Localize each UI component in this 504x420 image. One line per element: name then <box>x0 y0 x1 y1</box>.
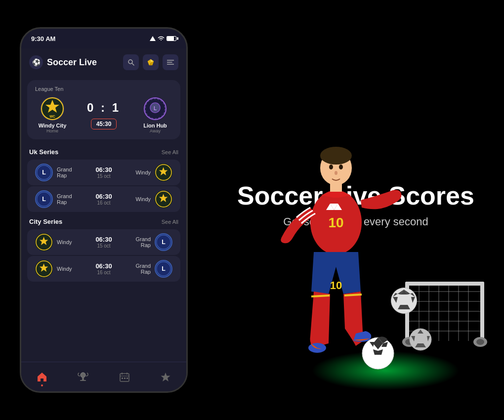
city-match-2-home-logo <box>35 260 53 278</box>
home-icon <box>37 372 47 382</box>
city-match-1-time-block: 06:30 15 oct <box>85 236 122 249</box>
svg-point-51 <box>339 165 343 169</box>
uk-match-2-home-logo: L <box>35 190 53 208</box>
svg-rect-38 <box>80 380 86 381</box>
right-section: Soccer Live Scores Get scores after ever… <box>208 0 504 420</box>
nav-home-dot <box>41 384 43 386</box>
lion-hub-logo-large: L <box>143 97 167 121</box>
calendar-icon <box>119 372 130 382</box>
gem-button[interactable] <box>143 54 159 70</box>
nav-trophy[interactable] <box>78 372 88 382</box>
svg-line-2 <box>132 63 134 65</box>
city-match-2[interactable]: Windy 06:30 16 oct Grand Rap L <box>27 256 180 282</box>
city-series-title: City Series <box>29 218 62 225</box>
signal-icon <box>150 36 156 41</box>
uk-match-1[interactable]: L Grand Rap 06:30 15 oct Windy <box>27 160 180 185</box>
search-button[interactable] <box>123 54 139 70</box>
away-team-type: Away <box>150 128 161 133</box>
home-team-info: WC Windy City Home <box>35 97 70 133</box>
city-match-1[interactable]: Windy 06:30 15 oct Grand Rap L <box>27 229 180 255</box>
windy-city-logo-large: WC <box>41 97 64 121</box>
svg-rect-37 <box>82 378 84 380</box>
away-team-info: L Lion Hub Away <box>138 97 172 133</box>
gem-icon <box>147 59 154 66</box>
phone-frame: 9:30 AM <box>20 27 188 393</box>
uk-match-1-date: 15 oct <box>97 173 110 179</box>
uk-series-see-all[interactable]: See All <box>162 149 178 155</box>
uk-match-1-away-team: Windy <box>126 169 151 175</box>
svg-rect-59 <box>405 282 484 286</box>
city-match-1-home-team: Windy <box>57 239 82 245</box>
away-team-logo: L <box>143 97 167 121</box>
uk-match-2-time: 06:30 <box>95 193 112 200</box>
svg-text:L: L <box>42 196 46 203</box>
match-content: WC Windy City Home 0 : 1 45:30 <box>35 97 172 133</box>
windy-logo-sm-4 <box>35 260 53 278</box>
city-match-2-home-team: Windy <box>57 266 82 272</box>
app-title: Soccer Live <box>47 57 123 68</box>
svg-text:L: L <box>162 239 166 246</box>
uk-match-2-away-logo <box>155 190 172 208</box>
lions-logo-4: L <box>156 261 171 277</box>
uk-match-2-home-team: Grand Rap <box>57 193 82 205</box>
menu-icon <box>167 60 174 65</box>
match-time: 45:30 <box>91 119 117 129</box>
uk-match-2[interactable]: L Grand Rap 06:30 16 oct Windy <box>27 186 180 212</box>
city-match-2-time-block: 06:30 16 oct <box>85 262 122 275</box>
uk-match-1-home-team: Grand Rap <box>57 167 82 178</box>
uk-match-2-date: 16 oct <box>97 200 110 206</box>
uk-match-2-away-team: Windy <box>126 196 151 202</box>
app-logo-icon: ⚽ <box>32 58 41 66</box>
svg-rect-45 <box>126 378 128 379</box>
home-team-logo: WC <box>41 97 64 121</box>
svg-rect-44 <box>124 378 126 379</box>
svg-rect-43 <box>122 378 123 379</box>
city-match-2-time: 06:30 <box>95 262 112 270</box>
battery-icon <box>167 36 176 41</box>
status-icons <box>150 36 176 41</box>
svg-point-52 <box>335 171 337 175</box>
menu-button[interactable] <box>163 54 178 70</box>
search-icon <box>127 59 134 66</box>
svg-text:10: 10 <box>328 215 343 230</box>
lions-logo-2: L <box>36 191 52 207</box>
trophy-icon <box>78 372 88 382</box>
uk-match-1-home-logo: L <box>35 164 53 181</box>
status-bar: 9:30 AM <box>21 29 186 48</box>
league-label: League Ten <box>35 86 172 92</box>
svg-text:WC: WC <box>49 115 55 118</box>
uk-match-1-time: 06:30 <box>95 166 112 173</box>
status-time: 9:30 AM <box>31 35 55 42</box>
nav-calendar[interactable] <box>119 372 130 382</box>
city-match-1-away-team: Grand Rap <box>126 236 151 248</box>
app-header: ⚽ Soccer Live <box>21 48 186 76</box>
player-illustration: 10 10 <box>257 109 415 395</box>
city-series-header: City Series See All <box>21 213 186 228</box>
svg-text:L: L <box>154 106 157 111</box>
svg-point-49 <box>320 147 352 165</box>
uk-match-2-time-block: 06:30 16 oct <box>85 193 122 206</box>
svg-rect-60 <box>480 282 484 341</box>
svg-rect-36 <box>81 373 85 378</box>
svg-text:L: L <box>42 169 46 176</box>
city-match-2-away-logo: L <box>155 260 172 278</box>
score-section: 0 : 1 45:30 <box>87 101 121 129</box>
lions-logo-3: L <box>156 234 171 250</box>
nav-home[interactable] <box>37 372 47 382</box>
lions-logo-1: L <box>36 165 52 180</box>
city-series-see-all[interactable]: See All <box>162 219 178 225</box>
home-team-type: Home <box>46 128 58 133</box>
uk-series-title: Uk Series <box>29 148 58 156</box>
home-team-name: Windy City <box>39 123 67 128</box>
windy-logo-sm-2 <box>155 190 172 208</box>
svg-text:10: 10 <box>330 279 342 292</box>
score-display: 0 : 1 <box>87 101 121 115</box>
bottom-nav <box>21 362 186 391</box>
city-match-1-time: 06:30 <box>95 236 112 243</box>
nav-star[interactable] <box>160 372 171 382</box>
city-match-1-home-logo <box>35 233 53 251</box>
uk-match-1-time-block: 06:30 15 oct <box>85 166 122 179</box>
svg-text:L: L <box>162 265 166 272</box>
phone-screen: ⚽ Soccer Live <box>21 48 186 391</box>
city-match-1-away-logo: L <box>155 233 172 251</box>
